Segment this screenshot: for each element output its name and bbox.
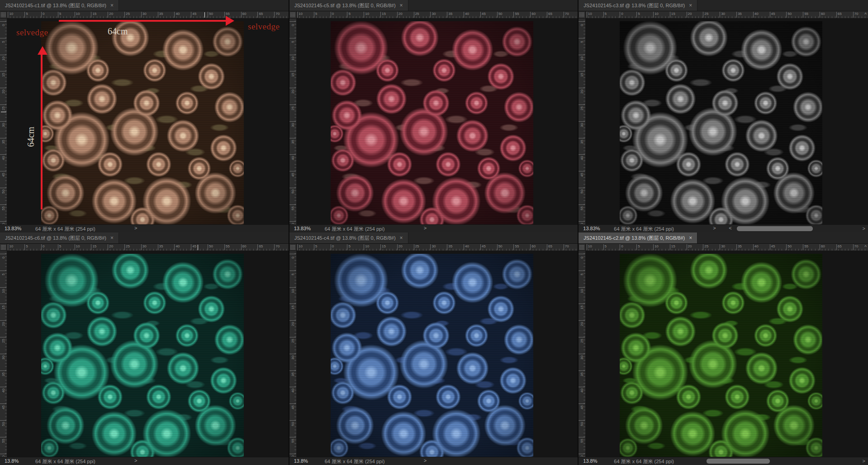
ruler-label: 45	[289, 171, 296, 178]
ruler-label: 30	[0, 354, 6, 361]
horizontal-ruler[interactable]: 105051015202530354045505560657075	[585, 244, 868, 251]
floral-image-c2[interactable]	[620, 254, 822, 457]
ruler-label: 50	[0, 188, 6, 195]
ruler-origin-icon[interactable]	[0, 244, 7, 251]
status-bar: 13.8% 64 厘米 x 64 厘米 (254 ppi) > < >	[579, 457, 868, 465]
document-panel-c5: JS24102145-c5.tif @ 13.8% (图层 0, RGB/8#)…	[289, 0, 579, 232]
ruler-label: 15	[91, 244, 96, 250]
ruler-origin-icon[interactable]	[579, 11, 586, 19]
ruler-label: 55	[289, 437, 296, 444]
floral-image-c4[interactable]	[331, 254, 533, 457]
close-icon[interactable]: ×	[400, 235, 403, 241]
tab-bar: JS24102145-c6.tif @ 13.8% (图层 0, RGB/8#)…	[0, 232, 289, 244]
ruler-label: 70	[564, 12, 569, 18]
status-chevron-icon[interactable]: >	[134, 225, 137, 231]
ruler-label: 15	[289, 304, 296, 310]
tab-c2-active[interactable]: JS24102145-c2.tif @ 13.8% (图层 0, RGB/8#)…	[579, 232, 697, 243]
zoom-level-field[interactable]: 13.83%	[5, 226, 21, 231]
ruler-label: 45	[480, 244, 486, 250]
canvas-workarea: 105051015202530354045505560657075 051015…	[289, 11, 578, 224]
horizontal-ruler[interactable]: 105051015202530354045505560657075	[585, 11, 868, 19]
scrollbar-up-arrow-icon[interactable]: ^	[864, 12, 867, 18]
close-icon[interactable]: ×	[689, 235, 692, 241]
ruler-origin-icon[interactable]	[0, 11, 7, 19]
ruler-label: 5	[24, 244, 28, 250]
zoom-level-field[interactable]: 13.83%	[294, 226, 311, 231]
ruler-origin-icon[interactable]	[579, 244, 586, 251]
tab-c3[interactable]: JS24102145-c3.tif @ 13.8% (图层 0, RGB/8#)…	[579, 0, 697, 11]
ruler-label: 65	[547, 12, 552, 18]
horizontal-ruler[interactable]: 105051015202530354045505560657075	[296, 244, 578, 251]
ruler-label: 25	[124, 244, 130, 250]
ruler-label: 20	[289, 88, 296, 95]
zoom-level-field[interactable]: 13.8%	[583, 458, 597, 464]
status-chevron-icon[interactable]: >	[713, 225, 716, 231]
ruler-label: 30	[289, 121, 296, 128]
ruler-label: 10	[289, 287, 296, 294]
ruler-label: 45	[480, 12, 486, 18]
ruler-label: 25	[703, 12, 708, 18]
ruler-label: 40	[0, 154, 6, 161]
vertical-ruler[interactable]: 051015202530354045505560	[0, 251, 7, 457]
ruler-label: 25	[0, 337, 6, 344]
zoom-level-field[interactable]: 13.83%	[583, 226, 600, 231]
ruler-label: 30	[289, 354, 296, 361]
vertical-ruler[interactable]: 051015202530354045505560	[0, 18, 7, 224]
floral-image-c3[interactable]	[620, 21, 822, 224]
horizontal-ruler[interactable]: 105051015202530354045505560657075	[7, 11, 289, 19]
tab-title: JS24102145-c5.tif @ 13.8% (图层 0, RGB/8#)	[294, 2, 396, 9]
tab-c6[interactable]: JS24102145-c6.tif @ 13.8% (图层 0, RGB/8#)…	[0, 232, 119, 243]
ruler-label: 55	[513, 244, 519, 250]
ruler-label: 50	[289, 188, 296, 195]
ruler-label: 20	[0, 320, 6, 327]
tab-c1[interactable]: JS24102145-c1.tif @ 13.8% (图层 0, RGB/8#)…	[0, 0, 119, 11]
floral-image-c6[interactable]	[41, 254, 244, 457]
zoom-level-field[interactable]: 13.8%	[294, 458, 308, 464]
ruler-label: 65	[257, 244, 263, 250]
status-chevron-left-icon[interactable]: <	[729, 225, 731, 231]
vertical-ruler[interactable]: 051015202530354045505560	[289, 251, 297, 457]
close-icon[interactable]: ×	[689, 2, 692, 9]
ruler-label: 40	[174, 12, 180, 18]
vertical-ruler[interactable]: 051015202530354045505560	[289, 18, 297, 224]
tab-c5[interactable]: JS24102145-c5.tif @ 13.8% (图层 0, RGB/8#)…	[289, 0, 408, 11]
horizontal-scrollbar-thumb[interactable]	[737, 226, 813, 231]
ruler-label: 35	[447, 244, 452, 250]
ruler-label: 20	[687, 12, 692, 18]
floral-image-c5[interactable]	[331, 21, 533, 224]
ruler-label: 5	[0, 270, 6, 277]
close-icon[interactable]: ×	[110, 2, 114, 9]
status-chevron-icon[interactable]: >	[424, 225, 427, 231]
selvedge-annotation-left: selvedge	[16, 28, 48, 38]
tab-c4[interactable]: JS24102145-c4.tif @ 13.8% (图层 0, RGB/8#)…	[289, 232, 408, 243]
ruler-label: 10	[289, 55, 296, 62]
horizontal-scrollbar-thumb[interactable]	[707, 459, 770, 464]
vertical-ruler[interactable]: 051015202530354045505560	[579, 251, 586, 457]
ruler-label: 30	[579, 121, 585, 128]
ruler-origin-icon[interactable]	[289, 11, 297, 19]
ruler-label: 35	[0, 138, 6, 145]
ruler-label: 45	[191, 244, 196, 250]
ruler-label: 45	[0, 171, 6, 178]
scrollbar-up-arrow-icon[interactable]: ^	[864, 244, 867, 250]
zoom-level-field[interactable]: 13.8%	[5, 458, 19, 464]
horizontal-ruler[interactable]: 105051015202530354045505560657075	[296, 11, 578, 19]
status-chevron-icon[interactable]: >	[134, 458, 137, 463]
close-icon[interactable]: ×	[400, 2, 403, 9]
ruler-label: 45	[191, 12, 196, 18]
scrollbar-right-arrow-icon[interactable]: >	[863, 226, 865, 231]
ruler-label: 30	[720, 12, 725, 18]
vertical-ruler[interactable]: 051015202530354045505560	[579, 18, 586, 224]
ruler-origin-icon[interactable]	[289, 244, 297, 251]
horizontal-ruler[interactable]: 105051015202530354045505560657075	[7, 244, 289, 251]
ruler-label: 60	[579, 454, 585, 457]
ruler-label: 50	[208, 12, 213, 18]
floral-image-c1[interactable]	[41, 21, 244, 224]
ruler-label: 20	[0, 88, 6, 95]
cursor-position-tick	[204, 12, 205, 18]
status-chevron-icon[interactable]: >	[424, 458, 427, 463]
ruler-label: 20	[397, 12, 403, 18]
scrollbar-right-arrow-icon[interactable]: >	[863, 458, 865, 464]
close-icon[interactable]: ×	[110, 235, 114, 241]
ruler-label: 5	[636, 244, 640, 250]
